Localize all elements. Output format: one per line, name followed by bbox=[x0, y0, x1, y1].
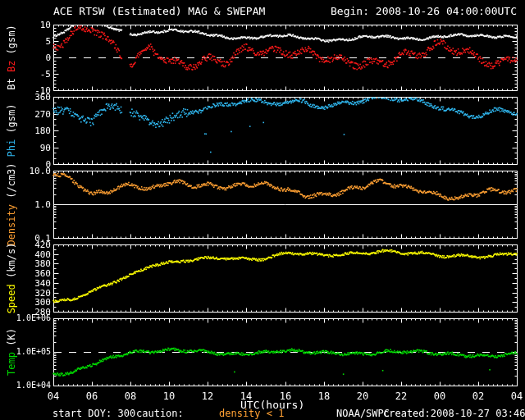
y-tick-label-temp: 1.0E+06 bbox=[0, 314, 51, 322]
y-tick-label-phi: 360 bbox=[0, 93, 51, 102]
begin-timestamp: Begin: 2008-10-26 04:00:00UTC bbox=[331, 6, 517, 16]
y-axis-title-part: Density bbox=[6, 204, 17, 246]
x-tick-label: 12 bbox=[197, 391, 218, 401]
x-tick-label: 14 bbox=[235, 391, 257, 401]
x-tick-label: 00 bbox=[429, 391, 450, 401]
x-tick-label: 22 bbox=[390, 391, 412, 401]
x-tick-label: 10 bbox=[158, 391, 180, 401]
y-axis-title-part: Bt bbox=[6, 72, 17, 90]
y-axis-title-phi: Phi (gsm) bbox=[6, 103, 17, 157]
y-axis-title-part: (K) bbox=[6, 328, 17, 352]
y-axis-title-bt_bz: Bt Bz (gsm) bbox=[6, 25, 17, 90]
ace-rtsw-swepam-plot: ACE RTSW (Estimated) MAG & SWEPAM Begin:… bbox=[0, 0, 525, 420]
footer-agency: NOAA/SWPC bbox=[336, 409, 390, 418]
plot-canvas bbox=[0, 0, 525, 420]
x-tick-label: 16 bbox=[275, 391, 296, 401]
y-axis-title-part: Speed bbox=[6, 284, 17, 313]
y-axis-title-part: (gsm) bbox=[6, 103, 17, 139]
x-tick-label: 20 bbox=[352, 391, 373, 401]
x-tick-label: 04 bbox=[43, 391, 64, 401]
y-axis-title-density: Density (/cm3) bbox=[6, 162, 17, 245]
y-axis-title-part: Phi bbox=[6, 139, 17, 158]
y-axis-title-part: (/cm3) bbox=[6, 162, 17, 204]
x-tick-label: 06 bbox=[81, 391, 103, 401]
footer-start-doy: start DOY: 300 bbox=[52, 409, 135, 418]
chart-title: ACE RTSW (Estimated) MAG & SWEPAM bbox=[53, 6, 265, 16]
y-axis-title-part: Bz bbox=[6, 61, 17, 72]
y-axis-title-part: (km/s) bbox=[6, 243, 17, 285]
y-axis-title-temp: Temp (K) bbox=[6, 328, 17, 376]
x-tick-label: 04 bbox=[506, 391, 525, 401]
y-axis-title-part: (gsm) bbox=[6, 25, 17, 60]
x-tick-label: 18 bbox=[313, 391, 335, 401]
y-axis-title-part: Temp bbox=[6, 352, 17, 376]
footer-caution-value: density < 1 bbox=[219, 409, 284, 418]
x-tick-label: 08 bbox=[120, 391, 141, 401]
y-axis-title-speed: Speed (km/s) bbox=[6, 243, 17, 314]
footer-created: created:2008-10-27 03:46:04UTC bbox=[383, 409, 525, 418]
x-tick-label: 02 bbox=[468, 391, 489, 401]
footer-caution-label: caution: bbox=[136, 409, 184, 418]
y-tick-label-temp: 1.0E+04 bbox=[0, 381, 51, 390]
